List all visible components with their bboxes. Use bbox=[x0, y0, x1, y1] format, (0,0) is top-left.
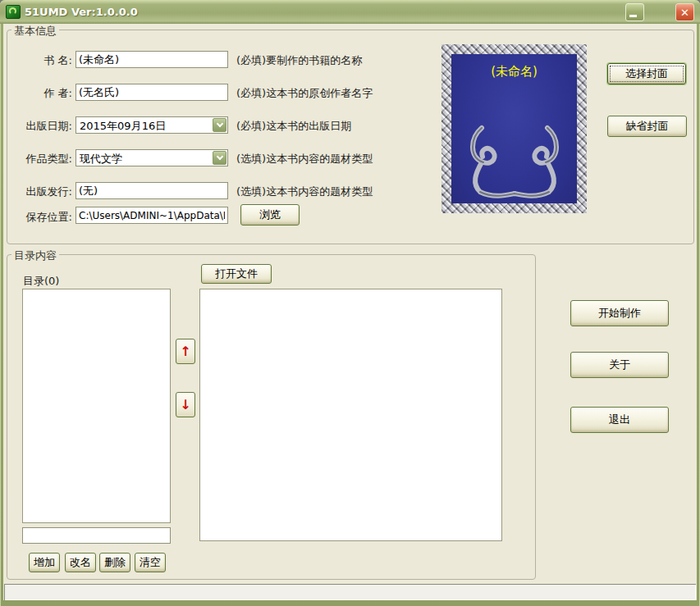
app-book-icon-glyph bbox=[9, 7, 16, 15]
book-name-input[interactable] bbox=[75, 51, 228, 68]
basic-info-group-title: 基本信息 bbox=[11, 24, 59, 39]
app-book-icon bbox=[6, 5, 21, 19]
book-name-label: 书 名: bbox=[8, 53, 72, 68]
chapter-name-input[interactable] bbox=[22, 527, 171, 544]
publisher-label: 出版发行: bbox=[8, 185, 72, 199]
publish-date-value: 2015年09月16日 bbox=[80, 119, 166, 134]
open-file-button[interactable]: 打开文件 bbox=[201, 264, 272, 284]
publisher-hint: (选填)这本书内容的题材类型 bbox=[236, 185, 373, 199]
genre-value: 现代文学 bbox=[80, 152, 122, 166]
move-down-button[interactable]: ↓ bbox=[176, 392, 195, 417]
add-chapter-button[interactable]: 增加 bbox=[29, 553, 60, 572]
start-make-button[interactable]: 开始制作 bbox=[570, 300, 669, 326]
browse-button[interactable]: 浏览 bbox=[240, 204, 300, 226]
author-hint: (必填)这本书的原创作者名字 bbox=[236, 86, 373, 101]
close-icon: ✕ bbox=[680, 7, 689, 19]
catalog-group-title: 目录内容 bbox=[11, 248, 59, 263]
genre-dropdown-button[interactable] bbox=[213, 151, 226, 165]
status-bar bbox=[4, 584, 696, 600]
book-name-hint: (必填)要制作的书籍的名称 bbox=[236, 53, 362, 68]
clear-chapters-button[interactable]: 清空 bbox=[135, 553, 166, 572]
close-button[interactable]: ✕ bbox=[675, 3, 694, 21]
chevron-down-icon bbox=[216, 121, 222, 127]
cover-flourish-ornament bbox=[457, 121, 572, 200]
select-cover-button[interactable]: 选择封面 bbox=[607, 63, 686, 84]
genre-label: 作品类型: bbox=[8, 152, 72, 166]
publish-date-combobox[interactable]: 2015年09月16日 bbox=[75, 116, 228, 134]
cover-preview: (未命名) bbox=[442, 44, 587, 213]
publisher-input[interactable] bbox=[75, 182, 228, 199]
minimize-icon bbox=[629, 15, 637, 17]
minimize-button[interactable] bbox=[625, 3, 644, 21]
publish-date-hint: (必填)这本书的出版日期 bbox=[236, 119, 351, 134]
cover-image: (未命名) bbox=[451, 54, 577, 203]
chapter-listbox[interactable] bbox=[22, 289, 171, 523]
author-input[interactable] bbox=[75, 84, 228, 101]
exit-button[interactable]: 退出 bbox=[570, 407, 669, 433]
content-textarea[interactable] bbox=[199, 289, 502, 541]
title-bar[interactable]: 51UMD Ver:1.0.0.0 ✕ bbox=[0, 0, 700, 24]
default-cover-button[interactable]: 缺省封面 bbox=[607, 116, 687, 137]
down-arrow-icon: ↓ bbox=[180, 397, 190, 412]
window-title: 51UMD Ver:1.0.0.0 bbox=[25, 0, 138, 24]
genre-combobox[interactable]: 现代文学 bbox=[75, 149, 228, 166]
publish-date-label: 出版日期: bbox=[8, 119, 72, 134]
save-path-input[interactable] bbox=[75, 207, 228, 224]
rename-chapter-button[interactable]: 改名 bbox=[65, 553, 96, 572]
publish-date-dropdown-button[interactable] bbox=[213, 118, 226, 132]
genre-hint: (选填)这本书内容的题材类型 bbox=[236, 152, 373, 166]
catalog-count-label: 目录(0) bbox=[23, 274, 59, 289]
about-button[interactable]: 关于 bbox=[570, 352, 669, 378]
author-label: 作 者: bbox=[8, 86, 72, 101]
move-up-button[interactable]: ↑ bbox=[176, 339, 195, 364]
app-window: 51UMD Ver:1.0.0.0 ✕ 基本信息 书 名: (必填)要制作的书籍… bbox=[0, 0, 700, 606]
cover-title-text: (未命名) bbox=[451, 64, 577, 80]
up-arrow-icon: ↑ bbox=[180, 344, 190, 359]
save-path-label: 保存位置: bbox=[8, 210, 72, 225]
delete-chapter-button[interactable]: 删除 bbox=[99, 553, 130, 572]
chevron-down-icon bbox=[216, 153, 222, 160]
